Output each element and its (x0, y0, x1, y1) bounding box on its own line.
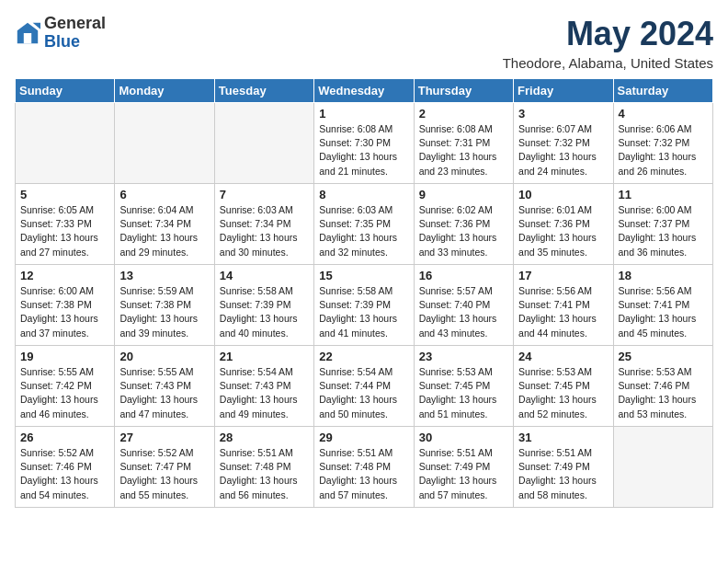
cell-info: Sunrise: 5:58 AM Sunset: 7:39 PM Dayligh… (319, 284, 408, 340)
day-number: 25 (619, 350, 708, 363)
day-number: 5 (20, 188, 109, 201)
cell-info: Sunrise: 6:03 AM Sunset: 7:34 PM Dayligh… (220, 203, 309, 259)
table-row: 1Sunrise: 6:08 AM Sunset: 7:30 PM Daylig… (314, 103, 414, 184)
cell-info: Sunrise: 5:53 AM Sunset: 7:45 PM Dayligh… (518, 365, 608, 421)
table-row (115, 103, 214, 184)
table-row: 11Sunrise: 6:00 AM Sunset: 7:37 PM Dayli… (613, 184, 712, 265)
table-row: 14Sunrise: 5:58 AM Sunset: 7:39 PM Dayli… (214, 265, 313, 346)
table-row: 12Sunrise: 6:00 AM Sunset: 7:38 PM Dayli… (16, 265, 115, 346)
table-row (613, 427, 712, 508)
cell-info: Sunrise: 5:51 AM Sunset: 7:49 PM Dayligh… (518, 446, 608, 502)
table-row: 27Sunrise: 5:52 AM Sunset: 7:47 PM Dayli… (115, 427, 214, 508)
table-row: 13Sunrise: 5:59 AM Sunset: 7:38 PM Dayli… (115, 265, 214, 346)
table-row: 16Sunrise: 5:57 AM Sunset: 7:40 PM Dayli… (414, 265, 513, 346)
svg-rect-2 (24, 33, 31, 43)
table-row: 20Sunrise: 5:55 AM Sunset: 7:43 PM Dayli… (115, 346, 214, 427)
calendar-week-row: 12Sunrise: 6:00 AM Sunset: 7:38 PM Dayli… (16, 265, 713, 346)
location: Theodore, Alabama, United States (503, 55, 713, 71)
cell-info: Sunrise: 6:02 AM Sunset: 7:36 PM Dayligh… (419, 203, 508, 259)
day-number: 11 (619, 188, 708, 201)
table-row: 15Sunrise: 5:58 AM Sunset: 7:39 PM Dayli… (314, 265, 414, 346)
table-row: 9Sunrise: 6:02 AM Sunset: 7:36 PM Daylig… (414, 184, 513, 265)
cell-info: Sunrise: 5:52 AM Sunset: 7:46 PM Dayligh… (20, 446, 109, 502)
cell-info: Sunrise: 5:53 AM Sunset: 7:46 PM Dayligh… (619, 365, 708, 421)
cell-info: Sunrise: 5:58 AM Sunset: 7:39 PM Dayligh… (220, 284, 309, 340)
table-row: 8Sunrise: 6:03 AM Sunset: 7:35 PM Daylig… (314, 184, 414, 265)
table-row: 24Sunrise: 5:53 AM Sunset: 7:45 PM Dayli… (514, 346, 613, 427)
cell-info: Sunrise: 5:57 AM Sunset: 7:40 PM Dayligh… (419, 284, 508, 340)
col-saturday: Saturday (613, 79, 712, 103)
day-number: 23 (419, 350, 508, 363)
cell-info: Sunrise: 6:08 AM Sunset: 7:31 PM Dayligh… (419, 122, 508, 178)
cell-info: Sunrise: 5:51 AM Sunset: 7:49 PM Dayligh… (419, 446, 508, 502)
cell-info: Sunrise: 5:54 AM Sunset: 7:44 PM Dayligh… (319, 365, 408, 421)
table-row: 18Sunrise: 5:56 AM Sunset: 7:41 PM Dayli… (613, 265, 712, 346)
calendar-week-row: 19Sunrise: 5:55 AM Sunset: 7:42 PM Dayli… (16, 346, 713, 427)
cell-info: Sunrise: 5:53 AM Sunset: 7:45 PM Dayligh… (419, 365, 508, 421)
table-row: 29Sunrise: 5:51 AM Sunset: 7:48 PM Dayli… (314, 427, 414, 508)
day-number: 6 (119, 188, 209, 201)
day-number: 7 (220, 188, 309, 201)
table-row: 10Sunrise: 6:01 AM Sunset: 7:36 PM Dayli… (514, 184, 613, 265)
day-number: 1 (319, 107, 408, 121)
day-number: 31 (518, 431, 608, 444)
day-number: 4 (619, 107, 708, 121)
col-wednesday: Wednesday (314, 79, 414, 103)
table-row: 3Sunrise: 6:07 AM Sunset: 7:32 PM Daylig… (514, 103, 613, 184)
day-number: 3 (518, 107, 608, 121)
cell-info: Sunrise: 5:51 AM Sunset: 7:48 PM Dayligh… (319, 446, 408, 502)
cell-info: Sunrise: 6:08 AM Sunset: 7:30 PM Dayligh… (319, 122, 408, 178)
calendar-week-row: 26Sunrise: 5:52 AM Sunset: 7:46 PM Dayli… (16, 427, 713, 508)
day-number: 18 (619, 269, 708, 282)
cell-info: Sunrise: 6:00 AM Sunset: 7:37 PM Dayligh… (619, 203, 708, 259)
month-title: May 2024 (503, 15, 713, 53)
cell-info: Sunrise: 6:04 AM Sunset: 7:34 PM Dayligh… (119, 203, 209, 259)
day-number: 24 (518, 350, 608, 363)
logo-blue: Blue (44, 33, 106, 52)
table-row: 17Sunrise: 5:56 AM Sunset: 7:41 PM Dayli… (514, 265, 613, 346)
day-number: 22 (319, 350, 408, 363)
calendar-week-row: 1Sunrise: 6:08 AM Sunset: 7:30 PM Daylig… (16, 103, 713, 184)
cell-info: Sunrise: 6:00 AM Sunset: 7:38 PM Dayligh… (20, 284, 109, 340)
col-thursday: Thursday (414, 79, 513, 103)
table-row (214, 103, 313, 184)
cell-info: Sunrise: 5:56 AM Sunset: 7:41 PM Dayligh… (518, 284, 608, 340)
calendar-header-row: Sunday Monday Tuesday Wednesday Thursday… (16, 79, 713, 103)
day-number: 16 (419, 269, 508, 282)
header: General Blue May 2024 Theodore, Alabama,… (15, 15, 713, 71)
cell-info: Sunrise: 5:56 AM Sunset: 7:41 PM Dayligh… (619, 284, 708, 340)
cell-info: Sunrise: 5:55 AM Sunset: 7:42 PM Dayligh… (20, 365, 109, 421)
table-row: 28Sunrise: 5:51 AM Sunset: 7:48 PM Dayli… (214, 427, 313, 508)
table-row: 5Sunrise: 6:05 AM Sunset: 7:33 PM Daylig… (16, 184, 115, 265)
cell-info: Sunrise: 5:55 AM Sunset: 7:43 PM Dayligh… (119, 365, 209, 421)
cell-info: Sunrise: 5:52 AM Sunset: 7:47 PM Dayligh… (119, 446, 209, 502)
day-number: 27 (119, 431, 209, 444)
table-row: 4Sunrise: 6:06 AM Sunset: 7:32 PM Daylig… (613, 103, 712, 184)
day-number: 9 (419, 188, 508, 201)
col-sunday: Sunday (16, 79, 115, 103)
title-block: May 2024 Theodore, Alabama, United State… (503, 15, 713, 71)
table-row: 7Sunrise: 6:03 AM Sunset: 7:34 PM Daylig… (214, 184, 313, 265)
cell-info: Sunrise: 5:54 AM Sunset: 7:43 PM Dayligh… (220, 365, 309, 421)
page-container: General Blue May 2024 Theodore, Alabama,… (0, 0, 728, 517)
day-number: 26 (20, 431, 109, 444)
logo-text: General Blue (44, 15, 106, 52)
day-number: 20 (119, 350, 209, 363)
table-row: 25Sunrise: 5:53 AM Sunset: 7:46 PM Dayli… (613, 346, 712, 427)
table-row: 26Sunrise: 5:52 AM Sunset: 7:46 PM Dayli… (16, 427, 115, 508)
day-number: 19 (20, 350, 109, 363)
table-row (16, 103, 115, 184)
day-number: 10 (518, 188, 608, 201)
day-number: 12 (20, 269, 109, 282)
day-number: 29 (319, 431, 408, 444)
table-row: 23Sunrise: 5:53 AM Sunset: 7:45 PM Dayli… (414, 346, 513, 427)
day-number: 21 (220, 350, 309, 363)
table-row: 19Sunrise: 5:55 AM Sunset: 7:42 PM Dayli… (16, 346, 115, 427)
col-tuesday: Tuesday (214, 79, 313, 103)
table-row: 2Sunrise: 6:08 AM Sunset: 7:31 PM Daylig… (414, 103, 513, 184)
table-row: 6Sunrise: 6:04 AM Sunset: 7:34 PM Daylig… (115, 184, 214, 265)
cell-info: Sunrise: 6:05 AM Sunset: 7:33 PM Dayligh… (20, 203, 109, 259)
logo-general: General (44, 15, 106, 33)
table-row: 31Sunrise: 5:51 AM Sunset: 7:49 PM Dayli… (514, 427, 613, 508)
day-number: 15 (319, 269, 408, 282)
